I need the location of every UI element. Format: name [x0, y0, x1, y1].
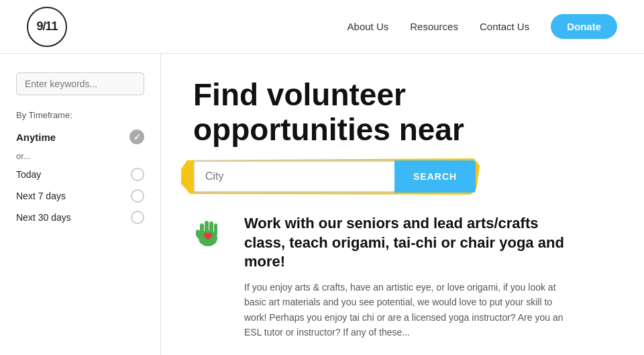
- nav-contact-us[interactable]: Contact Us: [480, 21, 529, 32]
- nav-resources[interactable]: Resources: [410, 21, 458, 32]
- anytime-check-icon: ✓: [129, 130, 144, 144]
- header: 9/11 About Us Resources Contact Us Donat…: [0, 0, 644, 54]
- next7-radio: [131, 189, 144, 203]
- nav-about-us[interactable]: About Us: [347, 21, 389, 32]
- search-button[interactable]: SEARCH: [394, 160, 476, 193]
- svg-rect-4: [214, 223, 217, 236]
- timeframe-next7[interactable]: Next 7 days: [16, 185, 144, 207]
- sidebar: By Timeframe: Anytime ✓ or... Today Next…: [0, 54, 161, 355]
- timeframe-next30[interactable]: Next 30 days: [16, 207, 144, 228]
- city-search-wrap: SEARCH: [193, 160, 476, 193]
- next7-label: Next 7 days: [16, 191, 66, 201]
- feature-text-block: Work with our seniors and lead arts/craf…: [244, 214, 569, 340]
- heading-line2: opportunities near: [193, 112, 464, 147]
- or-text: or...: [16, 151, 144, 161]
- volunteer-hand-icon: [193, 214, 231, 252]
- main-nav: About Us Resources Contact Us Donate: [347, 14, 617, 39]
- timeframe-anytime[interactable]: Anytime ✓: [16, 125, 144, 148]
- anytime-label: Anytime: [16, 132, 56, 143]
- timeframe-today[interactable]: Today: [16, 164, 144, 185]
- logo[interactable]: 9/11: [27, 7, 67, 47]
- city-input[interactable]: [193, 160, 394, 193]
- next30-label: Next 30 days: [16, 212, 71, 223]
- timeframe-label: By Timeframe:: [16, 110, 144, 120]
- today-radio: [131, 168, 144, 181]
- feature-title: Work with our seniors and lead arts/craf…: [244, 214, 569, 272]
- feature-description: If you enjoy arts & crafts, have an arti…: [244, 280, 569, 340]
- main-content: Find volunteer opportunities near SEARCH: [161, 54, 644, 355]
- hero-heading: Find volunteer opportunities near: [193, 78, 612, 147]
- today-label: Today: [16, 169, 41, 180]
- heading-line1: Find volunteer: [193, 77, 406, 112]
- next30-radio: [131, 211, 144, 224]
- keyword-search-input[interactable]: [16, 72, 144, 95]
- page-body: By Timeframe: Anytime ✓ or... Today Next…: [0, 54, 644, 355]
- feature-card: Work with our seniors and lead arts/craf…: [193, 214, 569, 340]
- search-area: SEARCH: [193, 160, 476, 193]
- donate-button[interactable]: Donate: [551, 14, 617, 39]
